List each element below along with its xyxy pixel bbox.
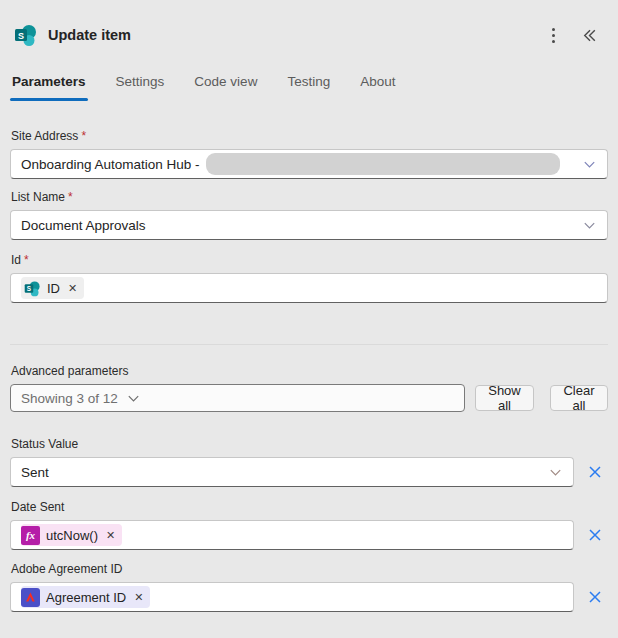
tab-bar: Parameters Settings Code view Testing Ab… (0, 70, 618, 101)
date-sent-input[interactable]: fx utcNow() ✕ (10, 520, 574, 550)
token-label: ID (47, 281, 60, 296)
tab-testing[interactable]: Testing (285, 70, 332, 101)
id-label: Id* (11, 253, 608, 267)
site-address-value: Onboarding Automation Hub - (21, 157, 200, 172)
advanced-parameters-label: Advanced parameters (11, 364, 608, 378)
date-sent-label: Date Sent (11, 500, 608, 514)
remove-token-icon[interactable]: ✕ (134, 591, 143, 604)
clear-date-sent-button[interactable] (582, 522, 608, 548)
tab-about[interactable]: About (358, 70, 397, 101)
tab-code-view[interactable]: Code view (192, 70, 259, 101)
site-address-group: Site Address* Onboarding Automation Hub … (10, 129, 608, 179)
status-value-label: Status Value (11, 437, 608, 451)
chevron-down-icon (582, 157, 597, 172)
remove-token-icon[interactable]: ✕ (68, 282, 77, 295)
sharepoint-icon: S (14, 23, 38, 47)
expression-fx-icon: fx (21, 526, 40, 545)
action-header: S Update item (0, 0, 618, 48)
section-divider (10, 344, 608, 345)
svg-text:S: S (27, 285, 31, 292)
svg-text:S: S (18, 31, 24, 41)
agreement-id-dynamic-token[interactable]: Agreement ID ✕ (21, 586, 150, 608)
adobe-agreement-id-group: Adobe Agreement ID Agreement ID ✕ (10, 562, 608, 612)
action-title: Update item (48, 27, 131, 43)
dismiss-x-icon (587, 589, 603, 605)
advanced-parameters-dropdown[interactable]: Showing 3 of 12 (10, 384, 465, 412)
status-value-dropdown[interactable]: Sent (10, 457, 574, 487)
kebab-icon (552, 28, 555, 43)
chevron-down-icon (126, 391, 141, 406)
id-group: Id* S ID ✕ (10, 253, 608, 303)
advanced-parameters-group: Advanced parameters Showing 3 of 12 Show… (10, 364, 608, 412)
redacted-site-name (206, 153, 560, 175)
list-name-value: Document Approvals (21, 218, 574, 233)
clear-all-button[interactable]: Clear all (550, 385, 608, 411)
date-sent-expression-token[interactable]: fx utcNow() ✕ (21, 524, 122, 546)
sharepoint-icon: S (24, 280, 41, 297)
remove-token-icon[interactable]: ✕ (106, 529, 115, 542)
status-value-group: Status Value Sent (10, 437, 608, 487)
site-address-label: Site Address* (11, 129, 608, 143)
id-input[interactable]: S ID ✕ (10, 273, 608, 303)
show-all-button[interactable]: Show all (475, 385, 534, 411)
token-label: utcNow() (46, 528, 98, 543)
token-label: Agreement ID (46, 590, 126, 605)
tab-settings[interactable]: Settings (114, 70, 167, 101)
more-commands-button[interactable] (538, 20, 568, 50)
date-sent-group: Date Sent fx utcNow() ✕ (10, 500, 608, 550)
dismiss-x-icon (587, 464, 603, 480)
required-asterisk: * (68, 190, 73, 204)
clear-adobe-agreement-id-button[interactable] (582, 584, 608, 610)
tab-parameters[interactable]: Parameters (10, 70, 88, 101)
list-name-group: List Name* Document Approvals (10, 190, 608, 240)
double-chevron-left-icon (581, 27, 598, 44)
clear-status-value-button[interactable] (582, 459, 608, 485)
required-asterisk: * (81, 129, 86, 143)
parameters-form: Site Address* Onboarding Automation Hub … (0, 129, 618, 612)
status-value: Sent (21, 465, 540, 480)
adobe-icon (21, 588, 40, 607)
list-name-dropdown[interactable]: Document Approvals (10, 210, 608, 240)
required-asterisk: * (24, 253, 29, 267)
adobe-agreement-id-input[interactable]: Agreement ID ✕ (10, 582, 574, 612)
adobe-agreement-id-label: Adobe Agreement ID (11, 562, 608, 576)
chevron-down-icon (582, 218, 597, 233)
list-name-label: List Name* (11, 190, 608, 204)
advanced-summary: Showing 3 of 12 (21, 391, 118, 406)
site-address-dropdown[interactable]: Onboarding Automation Hub - (10, 149, 608, 179)
collapse-panel-button[interactable] (574, 20, 604, 50)
id-dynamic-token[interactable]: S ID ✕ (21, 277, 84, 299)
chevron-down-icon (548, 465, 563, 480)
dismiss-x-icon (587, 527, 603, 543)
